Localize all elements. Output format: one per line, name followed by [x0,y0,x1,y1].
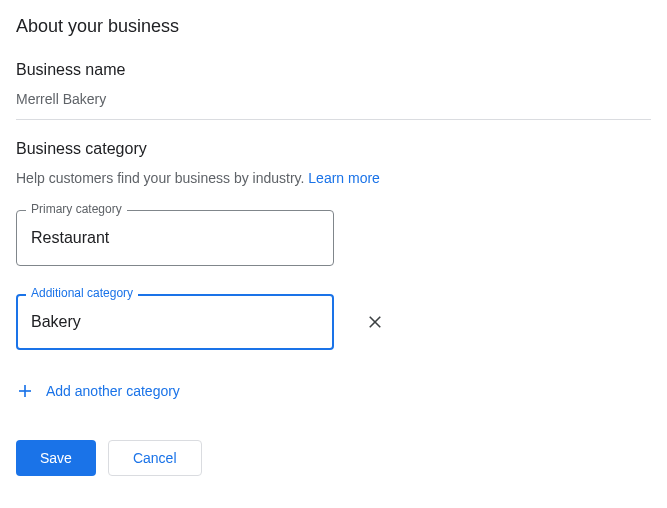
add-another-category-button[interactable]: Add another category [16,378,180,404]
add-another-label: Add another category [46,383,180,399]
business-category-helper: Help customers find your business by ind… [16,170,651,186]
remove-category-button[interactable] [358,305,392,339]
helper-text: Help customers find your business by ind… [16,170,308,186]
primary-category-input[interactable] [16,210,334,266]
business-name-label: Business name [16,61,651,79]
additional-category-field: Additional category [16,294,334,350]
primary-category-field: Primary category [16,210,334,266]
learn-more-link[interactable]: Learn more [308,170,380,186]
save-button[interactable]: Save [16,440,96,476]
additional-category-input[interactable] [16,294,334,350]
primary-category-label: Primary category [26,202,127,216]
business-name-value[interactable]: Merrell Bakery [16,91,651,119]
cancel-button[interactable]: Cancel [108,440,202,476]
page-title: About your business [16,16,651,37]
additional-category-label: Additional category [26,286,138,300]
plus-icon [16,382,34,400]
close-icon [366,313,384,331]
business-category-label: Business category [16,140,651,158]
button-row: Save Cancel [16,440,651,476]
divider [16,119,651,120]
